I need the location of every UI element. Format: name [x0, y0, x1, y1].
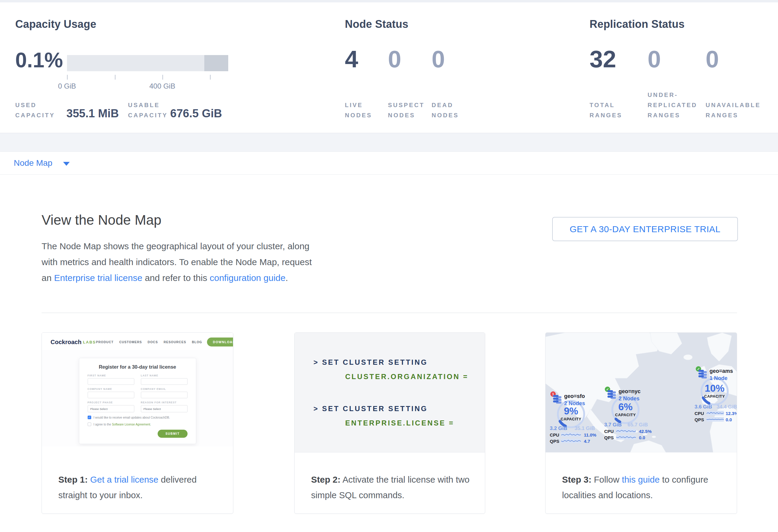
- capacity-bar-track: [67, 55, 228, 71]
- enterprise-trial-license-link[interactable]: Enterprise trial license: [54, 273, 142, 283]
- site-nav-resources: RESOURCES: [164, 340, 186, 344]
- sql-commands-preview: > SET CLUSTER SETTING CLUSTER.ORGANIZATI…: [295, 333, 485, 452]
- license-agreement-checkbox-row: I agree to the Software License Agreemen…: [88, 423, 187, 426]
- capacity-tick: [115, 75, 115, 80]
- sql-line: > SET CLUSTER SETTING: [313, 405, 485, 412]
- node-map-preview: 1 geo=sfo 2 Nodes 9% CAPACITY 3.2 GiB 35…: [546, 333, 737, 452]
- last-name-field: LAST NAME: [141, 374, 187, 385]
- email-updates-label: I would like to receive email updates ab…: [94, 416, 170, 419]
- page-top-strip: [0, 0, 778, 2]
- first-name-input: [88, 378, 134, 385]
- sql-line: ENTERPRISE.LICENSE =: [345, 419, 485, 427]
- trial-registration-form: Register for a 30-day trial license FIRS…: [79, 358, 196, 444]
- intro-paragraph: The Node Map shows the geographical layo…: [42, 238, 312, 286]
- view-selector-label[interactable]: Node Map: [14, 158, 52, 168]
- site-nav-product: PRODUCT: [96, 340, 114, 344]
- total-ranges-count: 32: [590, 47, 616, 71]
- site-mock-header: Cockroach LABS PRODUCT CUSTOMERS DOCS RE…: [42, 333, 233, 350]
- capacity-tick-label-400: 400 GiB: [149, 82, 175, 90]
- qps-sparkline: [561, 439, 581, 443]
- usable-capacity-value: 676.5 GiB: [170, 107, 222, 120]
- page-title: View the Node Map: [42, 212, 161, 228]
- capacity-tick: [67, 75, 68, 80]
- dead-nodes-count: 0: [432, 47, 445, 71]
- last-name-label: LAST NAME: [141, 374, 187, 377]
- unavailable-ranges-label: UNAVAILABLE RANGES: [706, 100, 765, 120]
- intro-text: and refer to this: [142, 273, 210, 283]
- project-phase-label: PROJECT PHASE: [88, 401, 134, 404]
- sql-line: > SET CLUSTER SETTING: [313, 359, 485, 366]
- site-nav-docs: DOCS: [148, 340, 158, 344]
- step1-text: Step 1: Get a trial license delivered st…: [58, 472, 221, 503]
- software-license-link: Software License Agreement.: [112, 423, 151, 426]
- used-capacity-value: 355.1 MiB: [66, 107, 119, 120]
- configuration-guide-link[interactable]: configuration guide: [210, 273, 286, 283]
- database-icon: [608, 390, 617, 399]
- company-email-input: [141, 392, 187, 398]
- registration-site-preview: Cockroach LABS PRODUCT CUSTOMERS DOCS RE…: [42, 333, 233, 446]
- get-enterprise-trial-button[interactable]: GET A 30-DAY ENTERPRISE TRIAL: [552, 217, 738, 241]
- first-name-label: FIRST NAME: [88, 374, 134, 377]
- cpu-sparkline: [616, 429, 636, 433]
- caret-down-icon[interactable]: [63, 162, 70, 166]
- capacity-used-percent: 0.1%: [15, 50, 63, 71]
- company-name-input: [88, 392, 134, 398]
- cpu-sparkline: [561, 432, 581, 437]
- get-trial-license-link[interactable]: Get a trial license: [90, 474, 159, 484]
- live-nodes-label: LIVE NODES: [345, 100, 384, 120]
- suspect-nodes-count: 0: [388, 47, 401, 71]
- company-email-field: COMPANY EMAIL: [141, 387, 187, 398]
- database-icon: [553, 394, 562, 404]
- checkbox-checked-icon: ✓: [88, 415, 91, 419]
- reason-label: REASON FOR INTEREST: [141, 401, 187, 404]
- qps-sparkline: [706, 417, 724, 422]
- capacity-tick-label-0: 0 GiB: [58, 82, 76, 90]
- section-gap: [0, 133, 778, 151]
- step3-text: Step 3: Follow this guide to configure l…: [562, 472, 725, 503]
- first-name-field: FIRST NAME: [88, 374, 134, 385]
- project-phase-select: Please Select: [88, 405, 134, 412]
- dead-nodes-label: DEAD NODES: [432, 100, 470, 120]
- project-phase-field: PROJECT PHASE Please Select: [88, 401, 134, 412]
- submit-button: SUBMIT: [158, 430, 187, 438]
- checkbox-empty-icon: [88, 423, 91, 426]
- step2-text: Step 2: Activate the trial license with …: [311, 472, 474, 503]
- site-nav: PRODUCT CUSTOMERS DOCS RESOURCES BLOG: [96, 340, 202, 344]
- license-agreement-label: I agree to the Software License Agreemen…: [94, 423, 151, 426]
- unavailable-ranges-count: 0: [706, 47, 719, 71]
- sql-line: CLUSTER.ORGANIZATION =: [345, 373, 485, 381]
- used-capacity-label: USED CAPACITY: [15, 100, 63, 120]
- replication-status-title: Replication Status: [590, 18, 685, 30]
- qps-sparkline: [616, 435, 636, 440]
- site-logo-suffix: LABS: [83, 340, 96, 345]
- last-name-input: [141, 378, 187, 385]
- capacity-bar: 0 GiB 400 GiB: [67, 55, 228, 71]
- step2-card: > SET CLUSTER SETTING CLUSTER.ORGANIZATI…: [294, 332, 485, 514]
- cpu-sparkline: [706, 411, 724, 415]
- step3-card: 1 geo=sfo 2 Nodes 9% CAPACITY 3.2 GiB 35…: [545, 332, 737, 514]
- under-replicated-ranges-count: 0: [647, 47, 661, 71]
- section-divider: [42, 313, 737, 313]
- cluster-summary-panel: Capacity Usage 0.1% 0 GiB 400 GiB USED C…: [0, 2, 778, 133]
- capacity-tick: [210, 75, 211, 80]
- database-icon: [698, 369, 707, 379]
- node-map-empty-state: View the Node Map The Node Map shows the…: [0, 175, 778, 532]
- company-email-label: COMPANY EMAIL: [141, 387, 187, 390]
- under-replicated-ranges-label: UNDER-REPLICATED RANGES: [647, 90, 707, 120]
- capacity-tick: [162, 75, 163, 80]
- view-selector-dropdown[interactable]: Node Map: [0, 151, 778, 175]
- site-nav-blog: BLOG: [192, 340, 202, 344]
- company-name-field: COMPANY NAME: [88, 387, 134, 398]
- site-logo-text: Cockroach: [51, 339, 81, 346]
- live-nodes-count: 4: [345, 47, 358, 71]
- company-name-label: COMPANY NAME: [88, 387, 134, 390]
- node-status-title: Node Status: [345, 18, 408, 30]
- suspect-nodes-label: SUSPECT NODES: [388, 100, 427, 120]
- email-updates-checkbox-row: ✓ I would like to receive email updates …: [88, 415, 187, 419]
- reason-select: Please Select: [141, 405, 187, 412]
- total-ranges-label: TOTAL RANGES: [590, 100, 637, 120]
- this-guide-link[interactable]: this guide: [622, 474, 659, 484]
- capacity-bar-reserved-segment: [204, 55, 228, 71]
- capacity-usage-title: Capacity Usage: [15, 18, 96, 30]
- intro-text: .: [286, 273, 288, 283]
